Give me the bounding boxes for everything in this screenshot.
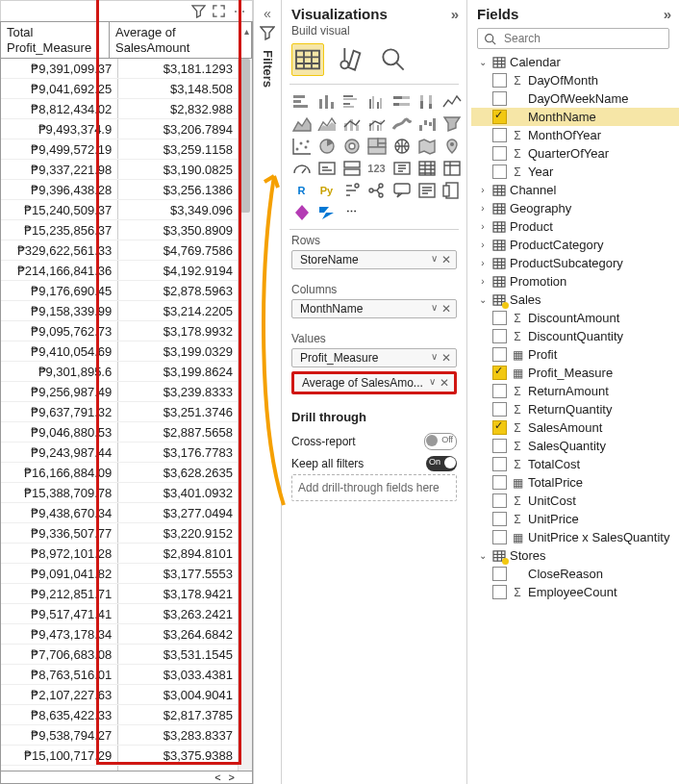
card-icon[interactable] [316, 159, 337, 177]
table-row[interactable]: ₱9,517,471.41$3,263.2421 [1, 604, 239, 624]
powerapps-icon[interactable] [291, 203, 312, 221]
chevron-right-icon[interactable]: » [451, 6, 459, 22]
field-monthofyear[interactable]: ΣMonthOfYear [471, 126, 679, 144]
table-row[interactable]: ₱9,370,870.26$3,220.3627 [1, 766, 239, 771]
field-returnamount[interactable]: ΣReturnAmount [471, 382, 679, 400]
hundred-stacked-column-icon[interactable] [416, 92, 437, 111]
table-row[interactable]: ₱9,438,670.34$3,277.0494 [1, 503, 239, 523]
table-node-calendar[interactable]: ⌄Calendar [471, 53, 679, 71]
table-row[interactable]: ₱8,763,516.01$3,033.4381 [1, 665, 239, 685]
checkbox[interactable] [492, 420, 507, 435]
field-quarterofyear[interactable]: ΣQuarterOfYear [471, 144, 679, 163]
col-header-profit[interactable]: Total Profit_Measure [1, 22, 110, 58]
table-row[interactable]: ₱9,095,762.73$3,178.9932 [1, 321, 239, 341]
r-visual-icon[interactable]: R [291, 181, 312, 199]
hundred-stacked-bar-icon[interactable] [391, 92, 412, 111]
more-icon[interactable]: ⋯ [232, 4, 246, 18]
checkbox[interactable] [492, 146, 507, 161]
field-profit_measure[interactable]: ▦Profit_Measure [471, 364, 679, 382]
checkbox[interactable] [492, 311, 507, 325]
field-closereason[interactable]: CloseReason [471, 565, 679, 583]
py-visual-icon[interactable]: Py [316, 181, 337, 199]
cross-report-toggle[interactable]: Off [424, 433, 457, 450]
table-node-productcategory[interactable]: ›ProductCategory [471, 236, 679, 254]
checkbox[interactable] [492, 439, 507, 453]
key-influencers-icon[interactable] [341, 181, 362, 199]
keep-filters-toggle[interactable]: On [426, 456, 457, 471]
qa-visual-icon[interactable] [391, 181, 412, 199]
field-returnquantity[interactable]: ΣReturnQuantity [471, 400, 679, 418]
table-row[interactable]: ₱8,812,434.02$2,832.988 [1, 99, 239, 119]
slicer-icon[interactable] [391, 159, 412, 177]
table-row[interactable]: ₱15,235,856.37$3,350.8909 [1, 220, 239, 240]
azure-map-icon[interactable] [441, 137, 462, 155]
table-node-productsubcategory[interactable]: ›ProductSubcategory [471, 254, 679, 272]
stacked-area-icon[interactable] [316, 114, 337, 133]
chevron-right-icon[interactable]: » [664, 6, 671, 22]
field-dayofmonth[interactable]: ΣDayOfMonth [471, 71, 679, 89]
col-header-avg-sales[interactable]: Average of SalesAmount▴ [110, 22, 252, 58]
stacked-bar-icon[interactable] [291, 92, 312, 111]
multi-row-card-icon[interactable] [341, 159, 362, 177]
values-field-pill-profit[interactable]: Profit_Measure∨✕ [291, 348, 457, 367]
checkbox[interactable] [492, 347, 507, 362]
checkbox[interactable] [492, 164, 507, 179]
focus-icon[interactable] [212, 4, 226, 18]
field-totalprice[interactable]: ▦TotalPrice [471, 473, 679, 492]
checkbox[interactable] [492, 567, 507, 581]
table-row[interactable]: ₱7,706,683.08$3,531.1545 [1, 645, 239, 665]
get-more-visuals-icon[interactable]: ⋯ [341, 203, 362, 221]
columns-field-pill[interactable]: MonthName∨✕ [291, 299, 457, 318]
powerautomate-icon[interactable] [316, 203, 337, 221]
table-row[interactable]: ₱9,499,572.19$3,259.1158 [1, 139, 239, 160]
horizontal-scrollbar[interactable]: <> [0, 771, 253, 784]
field-profit[interactable]: ▦Profit [471, 345, 679, 364]
search-input[interactable] [477, 28, 669, 49]
field-unitprice-x-salesquantity[interactable]: ▦UnitPrice x SalesQuantity [471, 528, 679, 546]
table-row[interactable]: ₱9,046,880.53$2,887.5658 [1, 422, 239, 443]
field-employeecount[interactable]: ΣEmployeeCount [471, 583, 679, 601]
field-salesquantity[interactable]: ΣSalesQuantity [471, 437, 679, 455]
matrix-icon[interactable] [441, 159, 462, 177]
table-row[interactable]: ₱9,091,041.82$3,177.5553 [1, 564, 239, 584]
table-row[interactable]: ₱16,166,884.09$3,628.2635 [1, 463, 239, 483]
table-row[interactable]: ₱9,391,099.37$3,181.1293 [1, 59, 239, 79]
filters-panel-collapsed[interactable]: « Filters [254, 0, 282, 784]
field-discountamount[interactable]: ΣDiscountAmount [471, 309, 679, 327]
rows-field-pill[interactable]: StoreName∨✕ [291, 250, 457, 269]
table-row[interactable]: ₱9,396,438.28$3,256.1386 [1, 180, 239, 200]
line-clustered-column-icon[interactable] [366, 114, 387, 133]
ribbon-chart-icon[interactable] [391, 114, 412, 133]
checkbox[interactable] [492, 493, 507, 508]
area-chart-icon[interactable] [291, 114, 312, 133]
analytics-tab[interactable] [378, 44, 409, 75]
smart-narrative-icon[interactable] [416, 181, 437, 199]
pie-icon[interactable] [316, 137, 337, 155]
checkbox[interactable] [492, 329, 507, 343]
vertical-scrollbar[interactable] [238, 59, 252, 771]
table-row[interactable]: ₱9,158,339.99$3,214.2205 [1, 301, 239, 321]
table-row[interactable]: ₱9,637,791.32$3,251.3746 [1, 402, 239, 422]
field-year[interactable]: ΣYear [471, 163, 679, 181]
table-row[interactable]: ₱329,622,561.33$4,769.7586 [1, 240, 239, 261]
filled-map-icon[interactable] [416, 137, 437, 155]
checkbox[interactable] [492, 73, 507, 88]
drill-through-dropzone[interactable]: Add drill-through fields here [291, 474, 457, 501]
table-row[interactable]: ₱15,388,709.78$3,401.0932 [1, 483, 239, 503]
table-node-product[interactable]: ›Product [471, 217, 679, 236]
field-unitcost[interactable]: ΣUnitCost [471, 492, 679, 510]
scatter-icon[interactable] [291, 137, 312, 155]
table-node-geography[interactable]: ›Geography [471, 199, 679, 217]
line-stacked-column-icon[interactable] [341, 114, 362, 133]
field-discountquantity[interactable]: ΣDiscountQuantity [471, 327, 679, 345]
table-node-sales[interactable]: ⌄Sales [471, 291, 679, 309]
table-row[interactable]: ₱8,635,422.33$2,817.3785 [1, 705, 239, 725]
map-icon[interactable] [391, 137, 412, 155]
table-row[interactable]: ₱9,538,794.27$3,283.8337 [1, 725, 239, 746]
table-row[interactable]: ₱9,473,178.34$3,264.6842 [1, 624, 239, 645]
line-chart-icon[interactable] [441, 92, 462, 111]
table-row[interactable]: ₱9,337,221.98$3,190.0825 [1, 160, 239, 180]
table-row[interactable]: ₱9,041,692.25$3,148.508 [1, 79, 239, 99]
checkbox[interactable] [492, 475, 507, 490]
checkbox[interactable] [492, 384, 507, 398]
